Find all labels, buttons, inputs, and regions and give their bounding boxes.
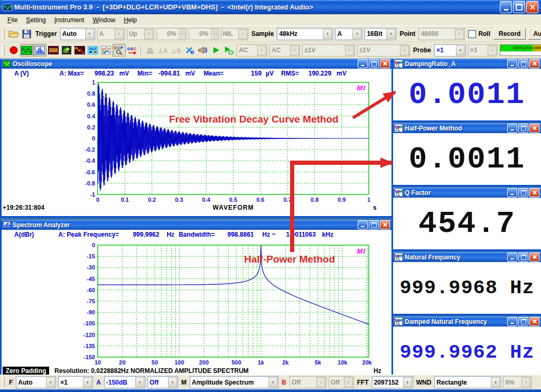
frequency-range-select[interactable]: Auto▼ <box>16 376 56 388</box>
frequency-multiplier-select[interactable]: ×1▼ <box>58 376 93 388</box>
ddp-2-minimize-button[interactable] <box>507 188 517 197</box>
a-compensation-select[interactable]: Off▼ <box>147 376 178 388</box>
svg-text:-0.8: -0.8 <box>85 180 95 186</box>
ddp-2-close-button[interactable] <box>529 188 539 197</box>
ddp-viewer-button[interactable]: DDP <box>113 44 126 57</box>
menu-window[interactable]: Window <box>88 15 119 25</box>
menu-file[interactable]: File <box>3 15 22 25</box>
ddp-panel-titlebar[interactable]: DDPQ Factor <box>393 188 541 198</box>
ddp-panel-titlebar[interactable]: DDPNatural Frequency <box>393 252 541 262</box>
svg-text:0.8: 0.8 <box>87 90 95 97</box>
ddp-2-maximize-button[interactable] <box>518 188 528 197</box>
calibration-a-button: ⊥A <box>156 44 170 57</box>
ddp-0-close-button[interactable] <box>529 59 539 68</box>
dropdown-arrow-icon: ▼ <box>344 377 353 387</box>
a-range-select[interactable]: -150dB▼ <box>104 376 145 388</box>
ddc-button[interactable]: DDC <box>126 44 139 57</box>
ddp-3-minimize-button[interactable] <box>507 253 517 262</box>
ddp-3-close-button[interactable] <box>529 253 539 262</box>
play-icon <box>212 46 220 54</box>
ddp-1-close-button[interactable] <box>529 124 539 133</box>
dropdown-arrow-icon[interactable]: ▼ <box>491 377 500 387</box>
dropdown-arrow-icon[interactable]: ▼ <box>85 29 94 39</box>
spectrum-titlebar[interactable]: Spectrum Analyzer <box>2 220 391 230</box>
titlebar[interactable]: Multi-Instrument Pro 3.9 - [+3DP+DLG+LCR… <box>0 0 541 14</box>
ddp-panel-half-power-method: DDPHalf-Power Method0.0011 <box>391 123 541 186</box>
ddp-1-maximize-button[interactable] <box>518 124 528 133</box>
dropdown-arrow-icon[interactable]: ▼ <box>83 377 92 387</box>
spectrum-minimize-button[interactable] <box>358 220 368 229</box>
device-test-plan-button[interactable]: DUT <box>86 44 99 57</box>
loop-play-button[interactable] <box>222 44 236 57</box>
dropdown-arrow-icon[interactable]: ▼ <box>456 45 465 55</box>
roll-checkbox[interactable] <box>468 30 476 38</box>
ddp-0-maximize-button[interactable] <box>518 59 528 68</box>
coupling-a-select: AC▼ <box>237 44 267 57</box>
save-button[interactable] <box>20 27 33 40</box>
spectrum-analyzer-button[interactable] <box>33 44 46 57</box>
spectrum-maximize-button[interactable] <box>369 220 379 229</box>
svg-text:200: 200 <box>199 359 209 366</box>
ddp-4-maximize-button[interactable] <box>518 317 528 326</box>
bit-depth-select[interactable]: 16Bit▼ <box>365 28 396 40</box>
svg-text:D: D <box>127 47 130 51</box>
svg-text:D: D <box>395 319 397 322</box>
dropdown-arrow-icon[interactable]: ▼ <box>46 377 55 387</box>
fft-size-select[interactable]: 2097152▼ <box>372 376 413 388</box>
ddp-4-close-button[interactable] <box>529 317 539 326</box>
dropdown-arrow-icon[interactable]: ▼ <box>403 377 412 387</box>
spectrum-close-button[interactable] <box>380 220 390 229</box>
close-button[interactable] <box>526 1 538 13</box>
oscilloscope-close-button[interactable] <box>380 59 390 68</box>
spectrum-stats: A(dBr)A: Peak Frequency=999.9962HzBandwi… <box>2 230 391 239</box>
spectrum-mode-select[interactable]: Amplitude Spectrum▼ <box>190 376 278 388</box>
probe-calibration-button[interactable] <box>183 44 196 57</box>
oscilloscope-titlebar[interactable]: Oscilloscope <box>2 59 391 69</box>
ddp-panel-titlebar[interactable]: DDPHalf-Power Method <box>393 123 541 133</box>
open-file-button[interactable] <box>7 27 20 40</box>
play-button[interactable] <box>209 44 222 57</box>
ddp-panel-titlebar[interactable]: DDPDamped Natural Frequency <box>393 316 541 326</box>
menu-help[interactable]: Help <box>119 15 141 25</box>
dropdown-arrow-icon[interactable]: ▼ <box>323 29 332 39</box>
sampling-rate-select[interactable]: 48kHz▼ <box>277 28 333 40</box>
oscilloscope-minimize-button[interactable] <box>358 59 368 68</box>
ddp-4-minimize-button[interactable] <box>507 317 517 326</box>
dropdown-arrow-icon[interactable]: ▼ <box>168 377 177 387</box>
toolbar-spectrum-settings: FAuto▼×1▼A-150dB▼Off▼MAmplitude Spectrum… <box>0 375 541 389</box>
signal-generator-button[interactable] <box>73 44 86 57</box>
probe-a-select[interactable]: ×1▼ <box>434 44 466 57</box>
dropdown-arrow-icon[interactable]: ▼ <box>352 29 361 39</box>
multimeter-button[interactable]: 888 <box>46 44 60 57</box>
toolbar-gripper <box>2 45 5 55</box>
probe-b-select: ×1▼ <box>468 44 498 57</box>
trigger-mode-select[interactable]: Auto▼ <box>60 28 95 40</box>
sampling-channel-select[interactable]: A▼ <box>335 28 362 40</box>
ddp-0-minimize-button[interactable] <box>507 59 517 68</box>
dropdown-arrow-icon[interactable]: ▼ <box>135 377 144 387</box>
dropdown-arrow-icon: ▼ <box>144 29 153 39</box>
oscilloscope-maximize-button[interactable] <box>369 59 379 68</box>
trigger-delay-spinner: 0%▲▼ <box>189 28 219 40</box>
sound-output-button[interactable] <box>196 44 209 57</box>
dropdown-arrow-icon[interactable]: ▼ <box>268 377 277 387</box>
data-logger-button[interactable] <box>99 44 113 57</box>
menu-setting[interactable]: Setting <box>22 15 50 25</box>
spectrum-3d-plot-button[interactable] <box>60 44 73 57</box>
ddp-3-maximize-button[interactable] <box>518 253 528 262</box>
oscilloscope-button[interactable] <box>20 44 33 57</box>
menu-instrument[interactable]: Instrument <box>50 15 89 25</box>
mode-label: M <box>181 379 186 386</box>
ddp-panel-value: 0.0011 <box>393 69 541 120</box>
ddp-panel-titlebar[interactable]: DDPDampingRatio_A <box>393 59 541 69</box>
minimize-button[interactable] <box>500 1 512 13</box>
ddp-1-minimize-button[interactable] <box>507 124 517 133</box>
restore-button[interactable] <box>513 1 525 13</box>
auto-scale-button[interactable]: Auto <box>528 28 541 40</box>
record-button[interactable]: Record <box>493 28 526 40</box>
run-stop-button[interactable] <box>7 44 20 57</box>
frequency-label: F <box>9 379 13 386</box>
ddp-panel-natural-frequency: DDPNatural Frequency999.9968 Hz <box>391 252 541 315</box>
window-function-select[interactable]: Rectangle▼ <box>434 376 501 388</box>
dropdown-arrow-icon[interactable]: ▼ <box>386 29 395 39</box>
